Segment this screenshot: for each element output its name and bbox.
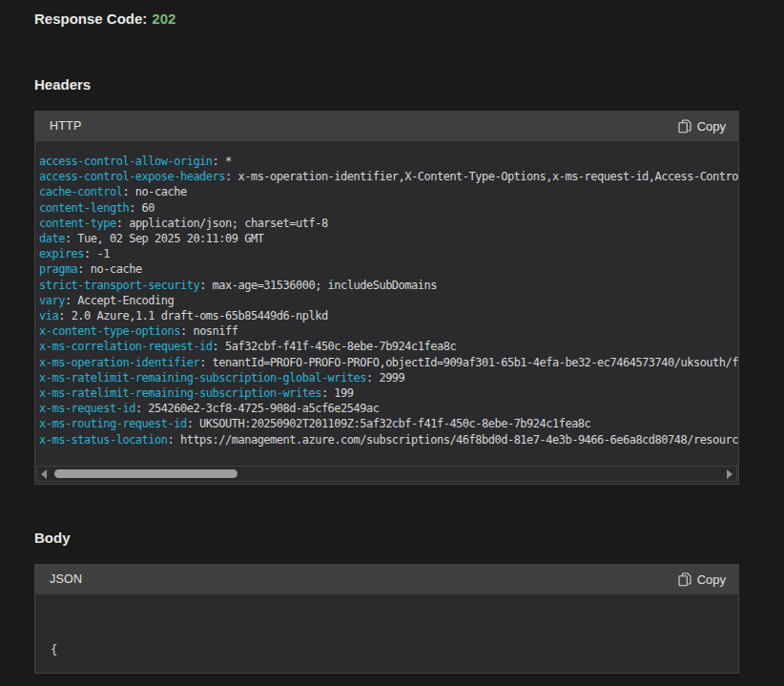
header-value: : UKSOUTH:20250902T201109Z:5af32cbf-f41f…: [187, 417, 591, 430]
header-value: : no-cache: [122, 185, 186, 198]
header-key: expires: [39, 247, 84, 260]
response-view: Response Code:202 Headers HTTP Copy acce…: [0, 0, 784, 674]
copy-icon: [678, 119, 691, 134]
header-line: x-ms-ratelimit-remaining-subscription-wr…: [39, 385, 738, 401]
horizontal-scrollbar[interactable]: [36, 466, 737, 482]
header-value: : tenantId=PROFO-PROFO-PROFO,objectId=90…: [199, 356, 738, 369]
header-line: expires: -1: [39, 246, 738, 261]
body-section-title: Body: [34, 529, 750, 547]
header-line: x-ms-request-id: 254260e2-3cf8-4725-908d…: [39, 401, 738, 416]
header-key: vary: [39, 294, 65, 307]
header-key: x-ms-routing-request-id: [39, 417, 187, 430]
header-value: : 2.0 Azure,1.1 draft-oms-65b85449d6-npl…: [58, 309, 327, 322]
header-line: x-ms-routing-request-id: UKSOUTH:2025090…: [39, 416, 738, 431]
response-code-value: 202: [152, 10, 175, 27]
header-value: : x-ms-operation-identifier,X-Content-Ty…: [225, 170, 738, 183]
header-line: strict-transport-security: max-age=31536…: [39, 278, 738, 293]
header-key: x-content-type-options: [39, 324, 180, 338]
header-line: content-type: application/json; charset=…: [39, 216, 738, 231]
copy-body-button[interactable]: Copy: [676, 569, 728, 591]
response-code-label: Response Code:: [34, 10, 147, 27]
copy-headers-button[interactable]: Copy: [676, 115, 728, 137]
header-line: x-ms-ratelimit-remaining-subscription-gl…: [39, 370, 738, 385]
header-key: date: [39, 232, 65, 245]
scrollbar-thumb[interactable]: [54, 469, 237, 478]
header-key: pragma: [39, 262, 77, 276]
headers-panel: HTTP Copy access-control-allow-origin: *…: [34, 111, 739, 485]
headers-section-title: Headers: [34, 75, 750, 94]
header-line: via: 2.0 Azure,1.1 draft-oms-65b85449d6-…: [39, 308, 738, 323]
format-label-http: HTTP: [50, 119, 81, 133]
headers-list: access-control-allow-origin: *access-con…: [35, 141, 738, 466]
json-body: { "operationId": "purge-a30e0f1c-b245-42…: [51, 610, 738, 686]
header-key: x-ms-ratelimit-remaining-subscription-wr…: [39, 386, 321, 400]
header-value: : https://management.azure.com/subscript…: [168, 433, 739, 447]
header-value: : application/json; charset=utf-8: [116, 217, 328, 230]
body-panel-header: JSON Copy: [34, 564, 739, 594]
header-key: strict-transport-security: [39, 279, 199, 292]
header-line: access-control-allow-origin: *: [39, 154, 738, 169]
header-value: : 2999: [366, 371, 404, 385]
header-key: x-ms-correlation-request-id: [39, 340, 213, 353]
header-value: : Tue, 02 Sep 2025 20:11:09 GMT: [65, 232, 263, 245]
header-value: : no-cache: [77, 262, 141, 276]
header-line: access-control-expose-headers: x-ms-oper…: [39, 169, 738, 184]
header-line: x-ms-status-location: https://management…: [39, 432, 738, 447]
header-value: : nosniff: [180, 324, 238, 338]
header-value: : 199: [321, 386, 354, 400]
headers-panel-header: HTTP Copy: [34, 111, 739, 141]
header-line: x-ms-operation-identifier: tenantId=PROF…: [39, 355, 738, 370]
copy-button-label: Copy: [697, 572, 726, 587]
header-key: x-ms-status-location: [39, 433, 168, 447]
header-key: content-type: [39, 217, 116, 230]
header-key: access-control-expose-headers: [39, 170, 225, 183]
copy-button-label: Copy: [697, 119, 726, 134]
format-label-json: JSON: [50, 572, 82, 586]
header-line: content-length: 60: [39, 200, 738, 216]
header-key: via: [39, 309, 58, 322]
json-open-brace: {: [51, 642, 738, 658]
header-line: x-ms-correlation-request-id: 5af32cbf-f4…: [39, 339, 738, 354]
header-line: date: Tue, 02 Sep 2025 20:11:09 GMT: [39, 231, 738, 246]
header-value: : 254260e2-3cf8-4725-908d-a5cf6e2549ac: [135, 402, 380, 415]
header-line: vary: Accept-Encoding: [39, 293, 738, 308]
header-value: : Accept-Encoding: [65, 294, 174, 307]
header-key: cache-control: [39, 185, 122, 198]
body-panel: JSON Copy { "operationId": "purge-a30e0f…: [34, 564, 739, 674]
response-code-row: Response Code:202: [34, 10, 750, 29]
copy-icon: [678, 572, 691, 587]
header-value: : 60: [129, 201, 155, 215]
header-value: : -1: [84, 247, 110, 260]
header-line: cache-control: no-cache: [39, 184, 738, 199]
header-line: x-content-type-options: nosniff: [39, 323, 738, 339]
scroll-left-icon[interactable]: [41, 469, 47, 479]
header-key: content-length: [39, 201, 129, 215]
header-value: : *: [213, 155, 232, 168]
header-key: x-ms-ratelimit-remaining-subscription-gl…: [39, 371, 366, 385]
header-value: : max-age=31536000; includeSubDomains: [199, 279, 437, 292]
scroll-right-icon[interactable]: [727, 469, 732, 479]
header-key: x-ms-operation-identifier: [39, 356, 199, 369]
header-line: pragma: no-cache: [39, 261, 738, 277]
header-value: : 5af32cbf-f41f-450c-8ebe-7b924c1fea8c: [213, 340, 457, 353]
header-key: access-control-allow-origin: [39, 155, 213, 168]
header-key: x-ms-request-id: [39, 402, 135, 415]
body-panel-content: { "operationId": "purge-a30e0f1c-b245-42…: [34, 594, 739, 674]
headers-panel-content: access-control-allow-origin: *access-con…: [34, 141, 739, 485]
